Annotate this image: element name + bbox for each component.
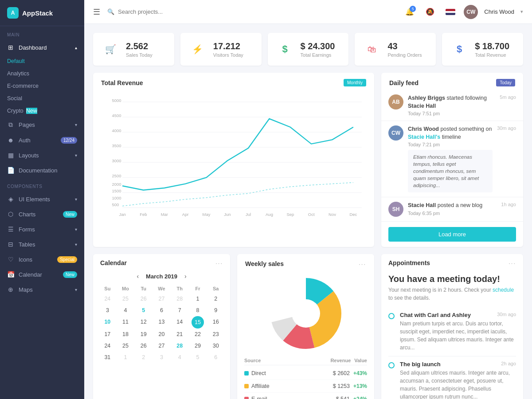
calendar-day[interactable]: 1 <box>189 293 207 305</box>
appt-dot-0 <box>388 313 395 319</box>
weekly-sales-options[interactable]: ··· <box>359 261 366 267</box>
calendar-day[interactable]: 4 <box>171 352 189 363</box>
sidebar-item-pages[interactable]: ⧉ Pages ▾ <box>0 117 84 133</box>
appt-item-0: Chat with Carl and Ashley 30m ago Nam pr… <box>388 307 516 356</box>
sidebar-item-icons[interactable]: ♡ Icons Special <box>0 252 84 267</box>
source-header: Source <box>244 358 327 363</box>
stat-card-visitors: ⚡ 17.212 Visitors Today <box>180 33 262 66</box>
notifications-button[interactable]: 🔔 5 <box>403 5 417 19</box>
calendar-day[interactable]: 25 <box>117 293 135 305</box>
calendar-day[interactable]: 21 <box>171 329 189 340</box>
stat-card-revenue: $ $ 18.700 Total Revenue <box>442 33 523 66</box>
topbar: ☰ 🔍 🔔 5 🔕 CW Chris Wood ▾ <box>84 0 532 24</box>
menu-icon[interactable]: ☰ <box>93 7 100 17</box>
search-input[interactable] <box>118 8 215 15</box>
daily-feed-title: Daily feed <box>389 79 419 86</box>
value-header: Value <box>354 358 367 363</box>
calendar-day[interactable]: 2 <box>207 293 225 305</box>
sidebar-item-ui-elements[interactable]: ◈ UI Elements ▾ <box>0 192 84 207</box>
schedule-link[interactable]: schedule <box>493 287 514 293</box>
sidebar-item-charts[interactable]: ⬡ Charts New <box>0 207 84 222</box>
svg-text:500: 500 <box>112 202 119 207</box>
app-logo[interactable]: A AppStack <box>0 0 84 26</box>
calendar-day[interactable]: 6 <box>207 352 225 363</box>
calendar-day[interactable]: 28 <box>171 340 189 352</box>
calendar-grid: Su Mo Tu We Th Fr Sa 2425262728123456789… <box>93 284 230 363</box>
calendar-day[interactable]: 3 <box>153 352 171 363</box>
sidebar-item-social[interactable]: Social <box>0 92 84 105</box>
calendar-day[interactable]: 22 <box>189 329 207 340</box>
calendar-prev-button[interactable]: ‹ <box>134 272 141 281</box>
sidebar-item-layouts[interactable]: ▦ Layouts ▾ <box>0 148 84 163</box>
sidebar-item-analytics[interactable]: Analytics <box>0 67 84 80</box>
sales-revenue-1: $ 1253 <box>333 383 350 389</box>
calendar-day[interactable]: 18 <box>117 329 135 340</box>
calendar-day[interactable]: 5 <box>134 305 153 316</box>
feed-timestamp-2: Today 6:35 pm <box>408 211 497 216</box>
calendar-day[interactable]: 19 <box>134 329 153 340</box>
calendar-day[interactable]: 12 <box>134 316 153 329</box>
calendar-day[interactable]: 23 <box>207 329 225 340</box>
svg-text:3500: 3500 <box>112 143 121 148</box>
calendar-day[interactable]: 24 <box>98 340 117 352</box>
calendar-day[interactable]: 20 <box>153 329 171 340</box>
calendar-day[interactable]: 29 <box>189 340 207 352</box>
sidebar-item-dashboard[interactable]: ⊞ Dashboard ▴ <box>0 40 84 55</box>
calendar-day[interactable]: 27 <box>153 340 171 352</box>
calendar-options[interactable]: ··· <box>215 260 223 266</box>
calendar-day[interactable]: 1 <box>117 352 135 363</box>
sales-value-2: +24% <box>353 396 367 399</box>
weekly-sales-card: Weekly sales ··· <box>237 254 374 399</box>
calendar-day[interactable]: 9 <box>207 305 225 316</box>
icons-icon: ♡ <box>7 256 14 263</box>
feed-text-0: Ashley Briggs started following Stacie H… <box>408 94 495 110</box>
calendar-day[interactable]: 26 <box>134 340 153 352</box>
calendar-header: Calendar ··· <box>93 254 230 270</box>
calendar-day[interactable]: 24 <box>98 293 117 305</box>
calendar-day[interactable]: 25 <box>117 340 135 352</box>
mute-button[interactable]: 🔕 <box>423 5 437 19</box>
sidebar-item-documentation[interactable]: 📄 Documentation <box>0 163 84 178</box>
calendar-day[interactable]: 17 <box>98 329 117 340</box>
calendar-day[interactable]: 11 <box>117 316 135 329</box>
calendar-day[interactable]: 4 <box>117 305 135 316</box>
user-chevron-icon[interactable]: ▾ <box>520 9 523 15</box>
calendar-day[interactable]: 5 <box>189 352 207 363</box>
calendar-day[interactable]: 31 <box>98 352 117 363</box>
appt-dot-1 <box>388 362 395 368</box>
sidebar-item-default[interactable]: Default <box>0 55 84 67</box>
calendar-day[interactable]: 6 <box>153 305 171 316</box>
calendar-day[interactable]: 8 <box>189 305 207 316</box>
appointments-options[interactable]: ··· <box>509 260 516 266</box>
calendar-day[interactable]: 27 <box>153 293 171 305</box>
chevron-layouts-icon: ▾ <box>75 153 77 158</box>
sidebar-item-auth[interactable]: ☻ Auth 12/24 <box>0 133 84 148</box>
calendar-day[interactable]: 14 <box>171 316 189 329</box>
calendar-day[interactable]: 30 <box>207 340 225 352</box>
load-more-button[interactable]: Load more <box>388 227 516 242</box>
feed-content-0: Ashley Briggs started following Stacie H… <box>408 94 495 116</box>
calendar-day[interactable]: 3 <box>98 305 117 316</box>
sidebar-item-forms[interactable]: ☰ Forms ▾ <box>0 222 84 237</box>
calendar-next-button[interactable]: › <box>182 272 189 281</box>
calendar-day[interactable]: 15 <box>189 316 207 329</box>
sidebar-label-default: Default <box>7 58 25 64</box>
sidebar-item-calendar[interactable]: 📅 Calendar New <box>0 267 84 282</box>
calendar-day[interactable]: 13 <box>153 316 171 329</box>
calendar-day[interactable]: 28 <box>171 293 189 305</box>
sales-table-header: Source Revenue Value <box>244 356 367 365</box>
flag-icon[interactable] <box>443 5 458 19</box>
calendar-day[interactable]: 2 <box>134 352 153 363</box>
calendar-day[interactable]: 10 <box>98 316 117 329</box>
sidebar-item-crypto[interactable]: Crypto New <box>0 105 84 117</box>
sidebar-label-layouts: Layouts <box>19 152 70 159</box>
calendar-day[interactable]: 16 <box>207 316 225 329</box>
calendar-day[interactable]: 26 <box>134 293 153 305</box>
sidebar-item-maps[interactable]: ⊕ Maps ▾ <box>0 282 84 297</box>
chevron-up-icon: ▴ <box>75 45 77 50</box>
revenue-chart-svg: 5000 4500 4000 3500 3000 2500 2000 1500 … <box>99 90 368 223</box>
sidebar-item-ecommerce[interactable]: E-commerce <box>0 80 84 92</box>
sidebar-item-tables[interactable]: ⊟ Tables ▾ <box>0 237 84 252</box>
calendar-day[interactable]: 7 <box>171 305 189 316</box>
sales-source-2: E-mail <box>244 396 332 399</box>
